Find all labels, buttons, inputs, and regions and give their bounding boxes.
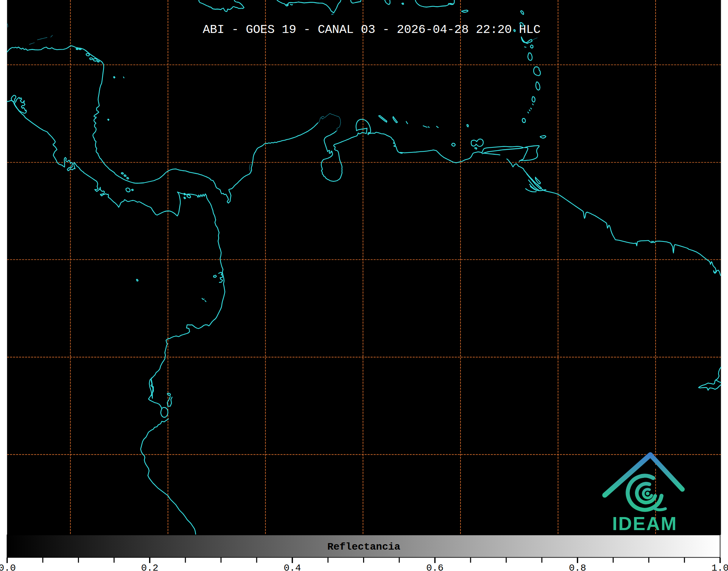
svg-text:ABI - GOES 19 - CANAL 03 - 202: ABI - GOES 19 - CANAL 03 - 2026-04-28 22… <box>203 23 540 37</box>
svg-text:IDEAM: IDEAM <box>612 513 677 534</box>
svg-text:Reflectancia: Reflectancia <box>327 541 400 553</box>
svg-text:1.0: 1.0 <box>711 563 728 571</box>
svg-text:0.4: 0.4 <box>284 563 301 571</box>
svg-text:0.8: 0.8 <box>569 563 586 571</box>
svg-text:0.0: 0.0 <box>0 563 16 571</box>
svg-text:0.2: 0.2 <box>141 563 159 571</box>
svg-text:0.6: 0.6 <box>426 563 444 571</box>
